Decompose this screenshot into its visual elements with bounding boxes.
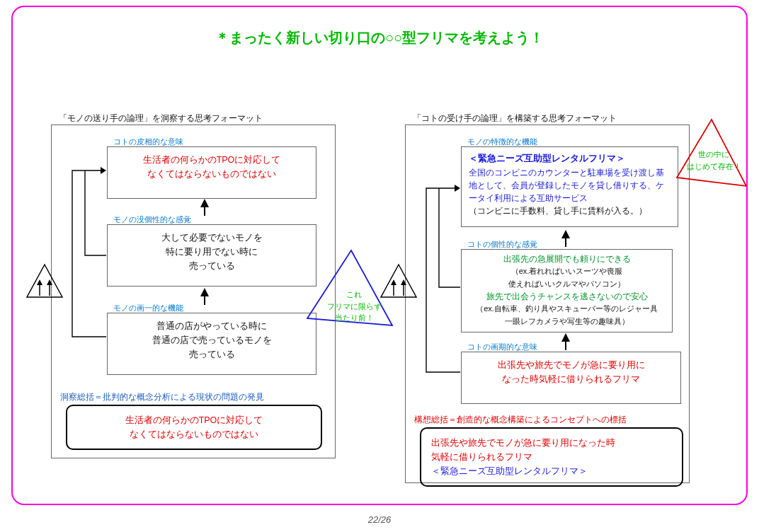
right-box-3-l2: なった時気軽に借りられるフリマ bbox=[502, 374, 640, 384]
right-box-2-e2b: 一眼レフカメラや写生等の趣味具） bbox=[466, 316, 668, 328]
svg-marker-5 bbox=[101, 167, 106, 174]
left-note-l3: 当たり前！ bbox=[335, 313, 374, 322]
right-box-1-label: モノの特徴的な機能 bbox=[467, 136, 537, 149]
left-panel-title: 「モノの送り手の論理」を洞察する思考フォーマット bbox=[59, 112, 263, 125]
page-number: 22/26 bbox=[0, 514, 759, 525]
right-box-1: モノの特徴的な機能 ＜緊急ニーズ互助型レンタルフリマ＞ 全国のコンビニのカウンタ… bbox=[461, 146, 678, 227]
left-box-2-label: モノの没個性的な感覚 bbox=[113, 214, 191, 226]
left-box-1: コトの皮相的な意味 生活者の何らかのTPOに対応して なくてはならないものではな… bbox=[107, 146, 316, 199]
left-box-3-l1: 普通の店がやっている時に bbox=[156, 321, 267, 331]
left-box-1-l1: 生活者の何らかのTPOに対応して bbox=[143, 155, 281, 165]
left-box-1-label: コトの皮相的な意味 bbox=[113, 136, 183, 149]
left-note-l1: これ bbox=[346, 290, 362, 299]
slide: ＊まったく新しい切り口の○○型フリマを考えよう！ 「モノの送り手の論理」を洞察す… bbox=[0, 0, 759, 532]
left-sum-l2: なくてはならないものではない bbox=[130, 429, 258, 439]
arrow-stem bbox=[204, 295, 205, 305]
svg-marker-2 bbox=[37, 279, 42, 285]
left-summary-label: 洞察総括＝批判的な概念分析による現状の問題の発見 bbox=[60, 391, 264, 403]
left-box-3-label: モノの画一的な機能 bbox=[113, 302, 183, 315]
arrow-up-icon bbox=[200, 199, 209, 207]
right-box-2-g2: 旅先で出会うチャンスを逃さないので安心 bbox=[466, 290, 668, 303]
left-box-2-l1: 大して必要でないモノを bbox=[161, 233, 263, 243]
arrow-up-icon bbox=[561, 333, 570, 342]
right-note-l1: 世の中に bbox=[698, 150, 729, 158]
right-box-3-label: コトの画期的な意味 bbox=[467, 341, 537, 354]
right-box-1-body: 全国のコンビニのカウンターと駐車場を受け渡し基地として、会員が登録したモノを貸し… bbox=[469, 166, 670, 204]
right-box-2-g1: 出張先の急展開でも頼りにできる bbox=[466, 253, 668, 265]
right-feedback-arrows bbox=[405, 125, 469, 393]
slide-title: ＊まったく新しい切り口の○○型フリマを考えよう！ bbox=[0, 28, 759, 47]
left-note-l2: フリマに限らず bbox=[327, 302, 382, 311]
arrow-up-icon bbox=[561, 230, 570, 238]
right-box-1-paren: （コンビニに手数料、貸し手に賃料が入る。） bbox=[469, 204, 670, 218]
left-box-2: モノの没個性的な感覚 大して必要でないモノを 特に要り用でない時に 売っている bbox=[107, 224, 316, 287]
left-summary-box: 生活者の何らかのTPOに対応して なくてはならないものではない bbox=[66, 405, 322, 450]
right-note: 世の中に はじめて存在！ bbox=[684, 149, 743, 172]
right-box-2-e1b: 使えればいいクルマやパソコン） bbox=[466, 278, 668, 291]
right-box-2-e1a: （ex.着れればいいスーツや喪服 bbox=[466, 265, 668, 278]
arrow-stem bbox=[204, 206, 205, 216]
right-box-2-label: コトの個性的な感覚 bbox=[467, 238, 537, 251]
svg-marker-12 bbox=[455, 185, 460, 192]
right-note-l2: はじめて存在！ bbox=[687, 162, 741, 170]
left-box-3-l2: 普通の店で売っているモノを bbox=[152, 335, 272, 345]
right-summary-label: 構想総括＝創造的な概念構築によるコンセプトへの標括 bbox=[414, 414, 627, 426]
right-box-2-e2a: （ex.自転車、釣り具やスキューバー等のレジャー具 bbox=[466, 303, 668, 316]
right-box-2: コトの個性的な感覚 出張先の急展開でも頼りにできる （ex.着れればいいスーツや… bbox=[461, 249, 673, 332]
left-box-1-l2: なくてはならないものではない bbox=[147, 169, 276, 179]
left-box-2-l3: 売っている bbox=[189, 261, 235, 271]
left-feedback-arrows bbox=[51, 125, 115, 379]
left-box-3-l3: 売っている bbox=[189, 349, 235, 359]
left-box-2-l2: 特に要り用でない時に bbox=[166, 247, 258, 257]
right-box-3-l1: 出張先や旅先でモノが急に要り用に bbox=[498, 360, 645, 370]
right-summary-box: 出張先や旅先でモノが急に要り用になった時 気軽に借りられるフリマ ＜緊急ニーズ互… bbox=[420, 427, 683, 487]
arrow-stem bbox=[565, 340, 566, 350]
right-box-3: コトの画期的な意味 出張先や旅先でモノが急に要り用に なった時気軽に借りられるフ… bbox=[461, 352, 681, 404]
left-sum-l1: 生活者の何らかのTPOに対応して bbox=[125, 415, 263, 425]
right-panel-title: 「コトの受け手の論理」を構築する思考フォーマット bbox=[413, 112, 617, 125]
right-sum-l1: 出張先や旅先でモノが急に要り用になった時 bbox=[431, 438, 615, 448]
right-sum-l2: 気軽に借りられるフリマ bbox=[431, 452, 532, 462]
arrow-stem bbox=[565, 237, 566, 247]
left-box-3: モノの画一的な機能 普通の店がやっている時に 普通の店で売っているモノを 売って… bbox=[107, 313, 316, 375]
right-sum-l3: ＜緊急ニーズ互助型レンタルフリマ＞ bbox=[431, 466, 588, 476]
arrow-up-icon bbox=[200, 288, 209, 296]
right-box-1-title: ＜緊急ニーズ互助型レンタルフリマ＞ bbox=[469, 151, 670, 166]
svg-marker-9 bbox=[391, 279, 396, 285]
